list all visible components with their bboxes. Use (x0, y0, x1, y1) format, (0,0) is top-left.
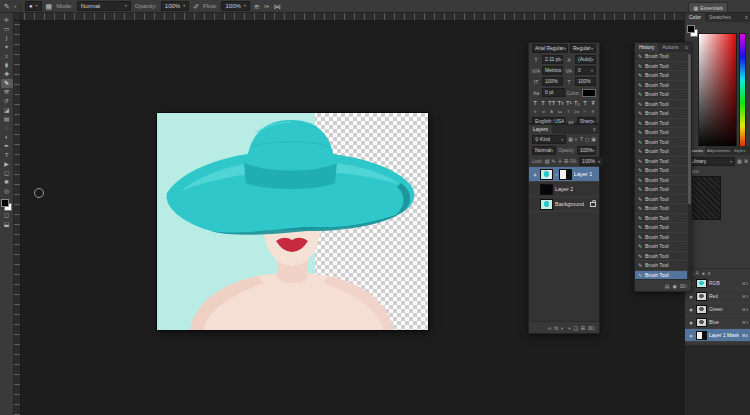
history-state[interactable]: ✎ Brush Tool (635, 214, 687, 224)
tool-button[interactable]: ▤ (1, 115, 13, 124)
smoothing-icon[interactable]: ✑ (264, 3, 270, 10)
history-footer-icon[interactable]: ⌦ (680, 283, 687, 289)
style-toggle-button[interactable]: Tᴛ (557, 99, 563, 107)
layer-filter-icon[interactable]: ◻ (585, 136, 589, 143)
tool-button[interactable]: ✛ (1, 16, 13, 25)
layer-mask-thumbnail[interactable] (559, 169, 572, 180)
mask-link-icon[interactable]: ∞ (555, 172, 558, 177)
screen-mode-button[interactable]: ⬓ (1, 220, 13, 229)
library-view-icon[interactable]: ≣ (744, 158, 748, 165)
opentype-toggle-button[interactable]: ff (590, 109, 596, 115)
history-state[interactable]: ✎ Brush Tool (635, 52, 687, 62)
flow-select[interactable]: 100% ▾ (221, 1, 249, 11)
history-state[interactable]: ✎ Brush Tool (635, 119, 687, 129)
text-color-swatch[interactable] (582, 89, 596, 97)
layer-filter-icon[interactable]: T (580, 136, 583, 143)
history-state[interactable]: ✎ Brush Tool (635, 233, 687, 243)
visibility-eye-icon[interactable]: ◉ (688, 333, 694, 338)
font-style-select[interactable]: Regular ▾ (570, 44, 596, 53)
layer-filter-icon[interactable]: ◐ (575, 136, 578, 143)
visibility-eye-icon[interactable]: ◉ (688, 320, 694, 325)
tab-layers[interactable]: Layers (529, 125, 552, 134)
hue-slider[interactable] (739, 33, 746, 150)
opentype-toggle-button[interactable]: fi (532, 109, 538, 115)
mode-select[interactable]: Normal ▾ (77, 1, 131, 11)
channel-row[interactable]: ◉ RGB ⌘2 (685, 277, 750, 290)
layer-row[interactable]: ◉ ∞ Layer 1 (529, 167, 599, 182)
layers-footer-icon[interactable]: ⌦ (588, 325, 595, 331)
tool-button[interactable]: ✱ (1, 178, 13, 187)
saturation-brightness-field[interactable] (698, 33, 737, 150)
tool-button[interactable]: ✒ (1, 142, 13, 151)
channel-row[interactable]: ◉ Green ⌘4 (685, 303, 750, 316)
layers-footer-icon[interactable]: ∞ (548, 325, 552, 331)
layer-name[interactable]: Layer 1 (574, 171, 592, 177)
panel-tab[interactable]: Adjustments (705, 146, 732, 155)
history-state[interactable]: ✎ Brush Tool (635, 195, 687, 205)
panel-menu-icon[interactable]: ≡ (590, 125, 599, 134)
layers-footer-icon[interactable]: ❏ (573, 325, 577, 331)
lock-option-icon[interactable]: ✎ (552, 158, 556, 165)
tool-button[interactable]: ⌗ (1, 52, 13, 61)
tool-button[interactable]: ↺ (1, 97, 13, 106)
layer-thumbnail[interactable] (540, 199, 553, 210)
style-toggle-button[interactable]: T (540, 99, 546, 107)
library-item-thumbnail[interactable] (689, 176, 721, 220)
tool-button[interactable]: ⧫ (1, 61, 13, 70)
history-state[interactable]: ✎ Brush Tool (635, 185, 687, 195)
lock-option-icon[interactable]: ✛ (558, 158, 562, 165)
history-state[interactable]: ✎ Brush Tool (635, 90, 687, 100)
history-state[interactable]: ✎ Brush Tool (635, 261, 687, 271)
channel-row[interactable]: ◉ Layer 1 Mask ⌘6 (685, 329, 750, 342)
libraries-footer-icon[interactable]: ● (702, 270, 705, 276)
tool-button[interactable]: ◪ (1, 106, 13, 115)
panel-menu-icon[interactable]: ≡ (742, 13, 750, 22)
history-state[interactable]: ✎ Brush Tool (635, 252, 687, 262)
baseline-shift-input[interactable]: 0 pt (542, 88, 565, 97)
color-panel-swatches[interactable] (687, 25, 698, 37)
font-family-select[interactable]: Arial Regular ▾ (532, 44, 568, 53)
tool-button[interactable]: ◎ (1, 187, 13, 196)
history-state[interactable]: ✎ Brush Tool (635, 81, 687, 91)
panel-menu-icon[interactable]: ≡ (682, 43, 691, 52)
history-state[interactable]: ✎ Brush Tool (635, 128, 687, 138)
brush-preset-picker[interactable]: ● ▾ (25, 1, 42, 11)
foreground-color-swatch[interactable] (687, 25, 695, 33)
panel-tab[interactable]: Color (685, 13, 705, 22)
brush-tool-preset-icon[interactable]: ✎ (4, 3, 10, 10)
tool-button[interactable]: ✦ (1, 43, 13, 52)
layer-filter-select[interactable]: ⚲ Kind ▾ (532, 135, 566, 144)
panel-tab[interactable]: Styles (732, 146, 747, 155)
layers-footer-icon[interactable]: ◐ (561, 325, 564, 331)
tool-button[interactable]: ʃ (1, 34, 13, 43)
vertical-scale-input[interactable]: 100% (542, 77, 563, 86)
layer-row[interactable]: ◉ ∞ Layer 2 (529, 182, 599, 197)
style-toggle-button[interactable]: T¹ (566, 99, 572, 107)
history-state[interactable]: ✎ Brush Tool (635, 138, 687, 148)
vertical-ruler[interactable] (14, 20, 21, 415)
history-state[interactable]: ✎ Brush Tool (635, 157, 687, 167)
layer-thumbnail[interactable] (540, 169, 553, 180)
leading-input[interactable]: (Auto) ▾ (575, 55, 596, 64)
history-state[interactable]: ✎ Brush Tool (635, 271, 687, 280)
foreground-background-swatches[interactable] (1, 199, 12, 211)
lock-option-icon[interactable]: ▨ (545, 158, 550, 165)
library-select[interactable]: Library ▾ (688, 157, 735, 166)
layers-footer-icon[interactable]: ◑ (567, 325, 570, 331)
symmetry-icon[interactable]: ⋈ (274, 3, 281, 10)
tool-button[interactable]: ◌ (1, 124, 13, 133)
horizontal-scale-input[interactable]: 100% (575, 77, 596, 86)
history-state[interactable]: ✎ Brush Tool (635, 176, 687, 186)
opentype-toggle-button[interactable]: T (565, 109, 571, 115)
opacity-select[interactable]: 100% ▾ (161, 1, 189, 11)
tool-button[interactable]: ✚ (1, 70, 13, 79)
history-footer-icon[interactable]: ▤ (665, 283, 670, 289)
tool-preset-caret-icon[interactable]: ▾ (14, 4, 16, 9)
airbrush-icon[interactable]: ≋ (254, 3, 260, 10)
pressure-opacity-icon[interactable]: ✐ (193, 3, 199, 10)
opentype-toggle-button[interactable]: st (540, 109, 546, 115)
visibility-eye-icon[interactable]: ◉ (688, 307, 694, 312)
style-toggle-button[interactable]: T (532, 99, 538, 107)
history-state[interactable]: ✎ Brush Tool (635, 62, 687, 72)
channel-row[interactable]: ◉ Red ⌘3 (685, 290, 750, 303)
